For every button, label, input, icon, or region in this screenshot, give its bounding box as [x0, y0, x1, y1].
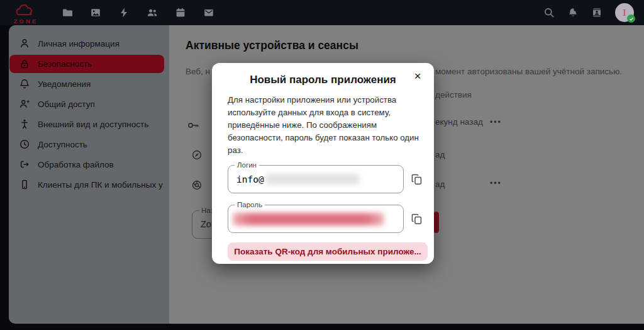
- copy-login-icon[interactable]: [409, 172, 425, 187]
- photos-icon[interactable]: [90, 7, 101, 18]
- topbar-nav: [62, 7, 214, 18]
- files-icon[interactable]: [62, 7, 73, 18]
- password-redacted-blur: [233, 213, 384, 225]
- cloud-logo-icon: [12, 3, 40, 19]
- password-field-label: Пароль: [235, 200, 265, 210]
- copy-password-icon[interactable]: [409, 212, 425, 227]
- zone-logo[interactable]: ZONE: [9, 3, 43, 25]
- topbar: ZONE I: [0, 0, 644, 25]
- login-field-label: Логин: [235, 161, 259, 170]
- contacts-icon[interactable]: [147, 7, 158, 18]
- login-field[interactable]: Логин info@: [228, 165, 404, 193]
- mail-icon[interactable]: [203, 7, 214, 18]
- user-avatar[interactable]: I: [615, 3, 634, 22]
- notifications-bell-icon[interactable]: [567, 7, 579, 18]
- show-qr-code-button[interactable]: Показать QR-код для мобильных приложе...: [228, 242, 428, 261]
- dialog-description: Для настройки приложения или устройства …: [228, 94, 419, 157]
- login-field-value: info@: [236, 174, 264, 185]
- dialog-title: Новый пароль приложения: [212, 74, 434, 86]
- avatar-initial: I: [623, 8, 626, 18]
- online-status-badge: [627, 14, 635, 23]
- contact-card-icon[interactable]: [591, 7, 602, 18]
- new-app-password-dialog: Новый пароль приложения × Для настройки …: [212, 63, 434, 264]
- topbar-right: I: [543, 3, 634, 22]
- calendar-icon[interactable]: [175, 7, 186, 18]
- activity-icon[interactable]: [118, 7, 130, 18]
- login-redacted-blur: [266, 174, 359, 185]
- search-icon[interactable]: [543, 7, 555, 18]
- close-icon[interactable]: ×: [410, 69, 425, 84]
- password-field[interactable]: Пароль: [228, 205, 404, 233]
- logo-wordmark: ZONE: [14, 18, 38, 25]
